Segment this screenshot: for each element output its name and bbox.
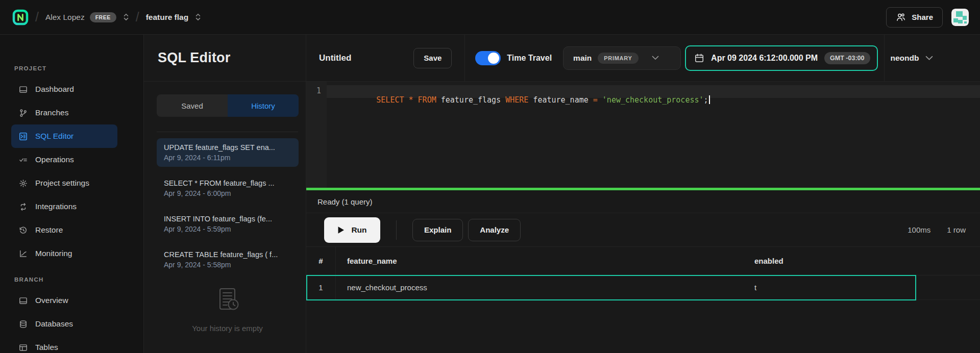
org-selector-chevrons-icon[interactable]: [123, 13, 129, 21]
breadcrumb-separator: /: [35, 10, 39, 24]
restore-icon: [18, 225, 28, 235]
database-select[interactable]: neondb: [891, 54, 946, 63]
query-meta: 100ms 1 row: [908, 225, 966, 234]
sidebar-item-integrations[interactable]: Integrations: [11, 195, 117, 218]
sidebar-item-operations[interactable]: Operations: [11, 148, 117, 171]
sql-code-editor[interactable]: 1 SELECT * FROM feature_flags WHERE feat…: [306, 82, 980, 188]
save-button[interactable]: Save: [413, 48, 452, 68]
history-query-date: Apr 9, 2024 - 5:58pm: [164, 261, 291, 269]
query-actions: Run Explain Analyze 100ms 1 row: [306, 213, 980, 246]
empty-state-text: Your history is empty: [157, 324, 298, 333]
sidebar-item-label: Operations: [35, 155, 74, 164]
sidebar-item-overview[interactable]: Overview: [11, 289, 117, 312]
table-row[interactable]: 1new_checkout_processt: [306, 275, 980, 300]
analyze-button[interactable]: Analyze: [468, 219, 521, 241]
branch-select[interactable]: main PRIMARY: [563, 46, 681, 70]
history-item[interactable]: CREATE TABLE feature_flags ( f...Apr 9, …: [157, 245, 299, 274]
sidebar-item-label: Branches: [35, 108, 68, 117]
divider: [464, 35, 465, 82]
tab-history[interactable]: History: [228, 94, 299, 117]
history-query-text: INSERT INTO feature_flags (fe...: [164, 215, 291, 223]
people-icon: [896, 12, 906, 22]
breadcrumb-project[interactable]: feature flag: [146, 13, 202, 22]
row-count: 1 row: [947, 225, 966, 234]
divider: [157, 132, 298, 132]
code-token: =: [593, 95, 598, 105]
run-button[interactable]: Run: [324, 217, 380, 243]
history-query-text: UPDATE feature_flags SET ena...: [164, 143, 291, 152]
table-cell: t: [754, 275, 980, 299]
sidebar-item-monitoring[interactable]: Monitoring: [11, 242, 117, 265]
project-sidebar: PROJECTDashboardBranchesSQL EditorOperat…: [0, 35, 144, 353]
code-line[interactable]: SELECT * FROM feature_flags WHERE featur…: [327, 82, 710, 188]
query-duration: 100ms: [908, 225, 930, 234]
sidebar-item-tables[interactable]: Tables: [11, 336, 117, 353]
plan-badge: FREE: [90, 12, 116, 22]
history-item[interactable]: UPDATE feature_flags SET ena...Apr 9, 20…: [157, 138, 299, 167]
sidebar-item-branches[interactable]: Branches: [11, 101, 117, 124]
history-query-date: Apr 9, 2024 - 6:11pm: [164, 154, 291, 162]
overview-icon: [18, 296, 28, 305]
time-travel-toggle[interactable]: [475, 51, 501, 65]
divider: [884, 35, 885, 82]
breadcrumb-separator: /: [136, 10, 139, 24]
project-selector-chevrons-icon[interactable]: [195, 13, 201, 21]
databases-icon: [18, 319, 28, 329]
calendar-icon: [694, 53, 704, 63]
history-item[interactable]: SELECT * FROM feature_flags ...Apr 9, 20…: [157, 174, 299, 203]
chevron-down-icon: [925, 56, 933, 61]
database-name: neondb: [891, 54, 919, 63]
sidebar-item-restore[interactable]: Restore: [11, 218, 117, 242]
nav-section: BRANCHOverviewDatabasesTables: [11, 276, 143, 353]
share-button[interactable]: Share: [886, 7, 943, 28]
time-travel-timestamp-picker[interactable]: Apr 09 2024 6:12:00.000 PM GMT -03:00: [685, 45, 877, 71]
integrations-icon: [18, 202, 28, 211]
page-title: SQL Editor: [158, 50, 231, 66]
sidebar-item-label: Databases: [35, 319, 73, 329]
nav-section-label: PROJECT: [14, 65, 143, 71]
panel-header: SQL Editor: [144, 35, 306, 82]
code-token: feature_flags: [436, 95, 505, 105]
user-avatar[interactable]: [951, 9, 969, 26]
org-name: Alex Lopez: [45, 13, 85, 22]
share-label: Share: [912, 13, 933, 21]
code-token: [404, 95, 409, 105]
sidebar-item-label: Integrations: [35, 202, 77, 211]
history-query-text: CREATE TABLE feature_flags ( f...: [164, 250, 291, 259]
topbar: / Alex Lopez FREE / feature flag: [0, 0, 980, 35]
status-text: Ready (1 query): [317, 197, 373, 206]
sidebar-item-project-settings[interactable]: Project settings: [11, 171, 117, 195]
sidebar-item-label: Overview: [35, 296, 68, 305]
column-header: #: [306, 247, 336, 275]
saved-history-tabs: SavedHistory: [157, 94, 299, 117]
tab-saved[interactable]: Saved: [157, 94, 228, 117]
sidebar-item-databases[interactable]: Databases: [11, 312, 117, 336]
sidebar-item-dashboard[interactable]: Dashboard: [11, 78, 117, 101]
breadcrumb-org[interactable]: Alex Lopez FREE: [45, 12, 129, 22]
run-label: Run: [351, 225, 366, 235]
history-item[interactable]: INSERT INTO feature_flags (fe...Apr 9, 2…: [157, 210, 299, 238]
tables-icon: [18, 343, 28, 352]
sidebar-item-label: SQL Editor: [35, 132, 74, 141]
branches-icon: [18, 108, 28, 117]
status-bar: Ready (1 query): [306, 190, 980, 213]
code-token: SELECT: [376, 95, 404, 105]
history-query-text: SELECT * FROM feature_flags ...: [164, 179, 291, 187]
query-title: Untitled: [319, 53, 351, 63]
sql-editor-icon: [18, 132, 28, 141]
branch-name: main: [573, 54, 592, 63]
nav-section-label: BRANCH: [14, 276, 143, 283]
document-clock-icon: [212, 310, 243, 318]
code-token: [413, 95, 418, 105]
code-token: [598, 95, 602, 105]
code-token: feature_name: [528, 95, 593, 105]
neon-logo-icon[interactable]: [12, 9, 29, 26]
operations-icon: [18, 155, 28, 164]
history-list: UPDATE feature_flags SET ena...Apr 9, 20…: [157, 138, 298, 274]
sidebar-item-sql-editor[interactable]: SQL Editor: [11, 124, 117, 148]
code-token: WHERE: [505, 95, 528, 105]
time-travel-label: Time Travel: [507, 54, 552, 63]
chevron-down-icon: [652, 56, 659, 60]
dashboard-icon: [18, 85, 28, 94]
explain-button[interactable]: Explain: [412, 219, 463, 241]
